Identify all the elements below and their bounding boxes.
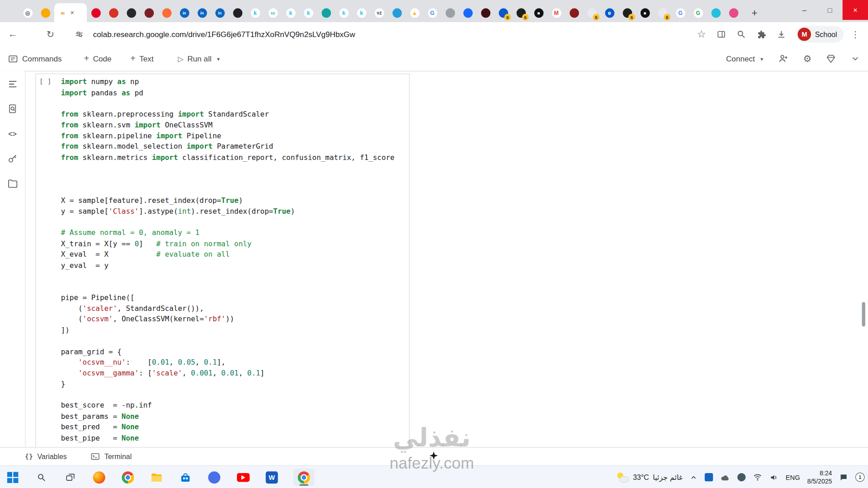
browser-tab[interactable]: k <box>335 4 353 22</box>
browser-tab[interactable]: 5 <box>494 4 512 22</box>
add-text-button[interactable]: + Text <box>130 54 153 64</box>
browser-tab[interactable] <box>317 4 335 22</box>
browser-tab[interactable]: k <box>246 4 264 22</box>
browser-tab[interactable]: ● <box>636 4 654 22</box>
browser-tab[interactable]: cc <box>264 4 282 22</box>
url-bar[interactable]: colab.research.google.com/drive/1F6G6je6… <box>71 26 693 43</box>
window-maximize-button[interactable]: □ <box>817 0 842 20</box>
reload-button[interactable]: ↻ <box>42 26 59 43</box>
taskbar-search-button[interactable] <box>34 470 49 484</box>
files-button[interactable] <box>6 177 19 190</box>
variables-button[interactable]: {} Variables <box>25 452 67 460</box>
browser-tab[interactable]: VZ <box>370 4 388 22</box>
taskbar-store[interactable] <box>178 470 193 484</box>
browser-tab[interactable]: in <box>193 4 211 22</box>
table-of-contents-button[interactable] <box>6 77 19 90</box>
browser-tab[interactable]: k <box>282 4 299 22</box>
browser-tab[interactable] <box>725 4 742 22</box>
browser-tab[interactable]: 5 <box>654 4 671 22</box>
window-minimize-button[interactable]: – <box>792 0 817 20</box>
start-button[interactable] <box>5 470 20 484</box>
new-tab-button[interactable]: + <box>747 5 762 20</box>
browser-tab[interactable] <box>229 4 246 22</box>
browser-tab[interactable]: G <box>424 4 441 22</box>
run-cell-button[interactable]: [ ] <box>39 77 52 85</box>
network-button[interactable] <box>753 473 763 481</box>
run-all-button[interactable]: ▷ Run all ▾ <box>178 54 220 63</box>
language-indicator[interactable]: ENG <box>786 474 800 481</box>
url-text[interactable]: colab.research.google.com/drive/1F6G6je6… <box>93 30 355 39</box>
back-button[interactable]: ← <box>5 26 21 43</box>
browser-tab[interactable] <box>476 4 494 22</box>
browser-tab[interactable] <box>104 4 122 22</box>
task-view-button[interactable] <box>63 470 78 484</box>
taskbar-chrome[interactable] <box>121 470 135 484</box>
taskbar-word[interactable]: W <box>264 470 279 484</box>
browser-tab[interactable]: ▲ <box>406 4 424 22</box>
find-replace-button[interactable] <box>6 103 19 116</box>
browser-tab[interactable] <box>565 4 583 22</box>
tray-app-dark[interactable] <box>737 473 745 481</box>
side-panel-button[interactable] <box>713 26 730 43</box>
settings-button[interactable]: ⚙ <box>803 53 811 65</box>
connect-button[interactable]: Connect ▾ <box>726 54 763 63</box>
notebook-scrollbar[interactable] <box>862 302 865 327</box>
browser-tab[interactable]: in <box>211 4 229 22</box>
collapse-header-button[interactable] <box>850 54 860 64</box>
tab-close-icon[interactable]: × <box>71 9 75 16</box>
code-editor[interactable]: import numpy as npimport pandas as pd fr… <box>61 76 395 443</box>
commands-button[interactable]: Commands <box>8 53 62 64</box>
browser-tab[interactable]: 5 <box>618 4 636 22</box>
site-settings-icon[interactable] <box>71 26 88 43</box>
browser-tab[interactable] <box>140 4 158 22</box>
taskbar-file-explorer[interactable] <box>150 470 164 484</box>
browser-tab[interactable]: 5 <box>583 4 600 22</box>
tray-app-blue[interactable] <box>705 473 713 481</box>
search-lens-button[interactable] <box>733 26 750 43</box>
browser-menu-button[interactable]: ⋮ <box>847 26 863 43</box>
browser-tab[interactable]: k <box>299 4 317 22</box>
downloads-button[interactable] <box>773 26 790 43</box>
volume-button[interactable] <box>769 473 778 482</box>
notifications-button[interactable] <box>839 473 848 482</box>
browser-tab[interactable]: ◎ <box>19 4 37 22</box>
taskbar-chrome-active[interactable] <box>293 469 315 486</box>
bookmark-star-button[interactable]: ☆ <box>693 26 710 43</box>
browser-tab-active[interactable]: ∞× <box>54 3 87 22</box>
terminal-button[interactable]: Terminal <box>90 451 132 461</box>
browser-tab[interactable] <box>707 4 725 22</box>
window-close-button[interactable]: × <box>843 0 868 20</box>
taskbar-teams[interactable] <box>207 470 222 484</box>
tray-expand-button[interactable] <box>690 474 698 481</box>
notification-count-badge[interactable]: 1 <box>855 473 865 482</box>
browser-tab[interactable]: in <box>175 4 193 22</box>
browser-tab[interactable]: 5 <box>512 4 530 22</box>
browser-tab[interactable]: M <box>547 4 565 22</box>
browser-tab[interactable] <box>388 4 406 22</box>
browser-tab[interactable]: G <box>689 4 707 22</box>
browser-tab[interactable] <box>37 4 54 22</box>
browser-tab[interactable]: G <box>671 4 689 22</box>
browser-tab[interactable] <box>158 4 175 22</box>
extensions-button[interactable] <box>753 26 770 43</box>
weather-widget[interactable]: 33°C غائم جزئيا <box>617 472 683 483</box>
browser-tab[interactable]: k <box>353 4 370 22</box>
browser-tab[interactable] <box>123 4 140 22</box>
browser-tab[interactable]: ● <box>530 4 547 22</box>
tray-onedrive[interactable] <box>720 474 730 481</box>
browser-tabs: ◎∞×inininkcckkkkVZ▲G55●M5e5●5GG+ <box>19 3 762 22</box>
browser-tab[interactable] <box>459 4 476 22</box>
taskbar-youtube[interactable] <box>236 470 250 484</box>
add-code-button[interactable]: + Code <box>84 54 112 64</box>
browser-tab[interactable]: e <box>601 4 618 22</box>
code-snippets-button[interactable]: <> <box>6 127 19 141</box>
secrets-button[interactable] <box>6 152 19 165</box>
browser-profile-chip[interactable]: M School <box>796 26 844 43</box>
browser-tab[interactable] <box>441 4 459 22</box>
colab-pro-button[interactable] <box>826 54 836 64</box>
taskbar-firefox[interactable] <box>92 470 106 484</box>
taskbar-clock[interactable]: 8:24 8/5/2025 <box>807 469 832 485</box>
browser-tab[interactable] <box>87 4 104 22</box>
share-people-button[interactable] <box>778 53 788 64</box>
code-line: # Assume normal = 0, anomaly = 1 <box>61 227 395 238</box>
